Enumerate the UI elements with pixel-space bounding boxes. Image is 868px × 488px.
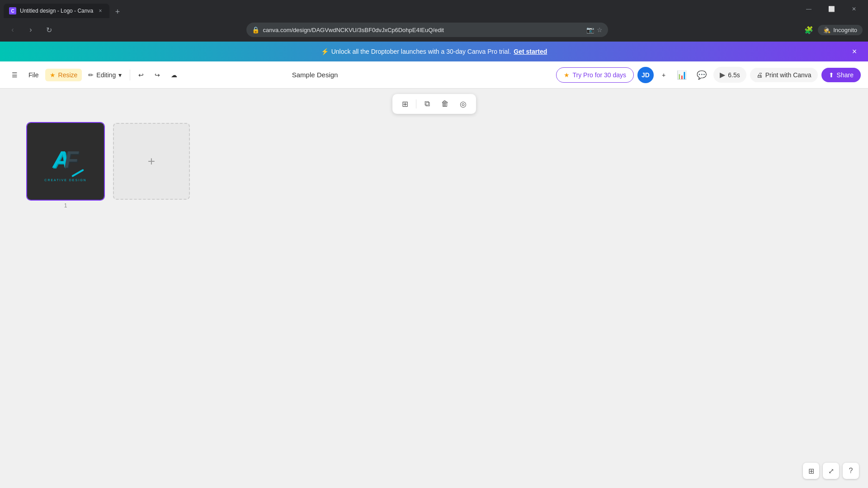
tab-favicon: C [9,7,16,14]
notification-text: ⚡ Unlock all the Droptober launches with… [321,48,547,55]
play-icon: ▶ [720,70,725,79]
camera-icon[interactable]: 📷 [586,26,594,33]
add-new-slide-button[interactable]: + [113,123,190,200]
expand-icon: ⤢ [828,467,834,475]
browser-titlebar: C Untitled design - Logo - Canva × + — ⬜… [0,0,868,18]
pencil-icon: ✏ [88,71,94,79]
try-pro-label: Try Pro for 30 days [572,71,626,79]
banner-close-button[interactable]: × [848,45,861,58]
close-button[interactable]: ✕ [844,2,864,16]
new-tab-button[interactable]: + [111,5,124,18]
cloud-icon: ☁ [171,71,177,79]
toolbar-right: ★ Try Pro for 30 days JD + 📊 💬 ▶ 6.5s [556,67,860,83]
avatar-initials: JD [642,71,650,79]
add-page-button[interactable]: ⊞ [398,97,412,111]
eye-icon: ◎ [460,99,467,109]
app-content: ⚡ Unlock all the Droptober launches with… [0,42,868,488]
refresh-button[interactable]: ↻ [42,23,56,37]
question-mark-icon: ? [849,467,853,475]
file-button[interactable]: File [24,69,43,81]
menu-button[interactable]: ☰ [7,69,22,81]
tab-title: Untitled design - Logo - Canva [20,8,93,14]
incognito-profile[interactable]: 🕵 Incognito [818,25,863,35]
hamburger-icon: ☰ [12,71,18,79]
resize-label: Resize [58,71,78,79]
slide-1-number: 1 [64,202,67,209]
logo-subtitle-creative: Creative [44,178,67,182]
banner-link[interactable]: Get started [514,48,547,55]
plus-button[interactable]: + [657,69,670,81]
trash-icon: 🗑 [441,99,449,108]
page-toolbar-wrapper: ⊞ ⧉ 🗑 ◎ [0,89,868,114]
design-title[interactable]: Sample Design [292,71,338,79]
user-avatar[interactable]: JD [637,67,654,83]
window-controls: — ⬜ ✕ [798,2,864,16]
share-label: Share [837,71,854,79]
fullscreen-button[interactable]: ⤢ [823,463,839,479]
active-tab[interactable]: C Untitled design - Logo - Canva × [4,4,109,18]
print-icon: 🖨 [756,71,763,79]
logo-letters: A F [47,141,84,178]
comments-button[interactable]: 💬 [693,67,710,83]
share-button[interactable]: ⬆ Share [821,68,861,82]
redo-button[interactable]: ↪ [150,69,165,81]
chart-icon: 📊 [677,70,687,80]
main-toolbar: ☰ File ★ Resize ✏ Editing ▾ ↩ ↪ ☁ [0,61,868,89]
grid-icon: ⊞ [808,467,814,475]
cloud-save-button[interactable]: ☁ [166,69,182,81]
share-icon: ⬆ [829,71,834,79]
duplicate-page-button[interactable]: ⧉ [420,97,434,111]
page-toolbar: ⊞ ⧉ 🗑 ◎ [392,94,476,114]
address-icons: 📷 ☆ [586,26,603,33]
slide-1[interactable]: A F Creative Design [27,123,104,200]
star-icon[interactable]: ☆ [597,26,603,33]
crown-pro-icon: ★ [564,71,570,79]
crown-icon: ★ [50,71,56,79]
plus-icon: + [662,71,665,79]
slide-1-wrapper: A F Creative Design 1 [27,123,104,209]
slide-1-content: A F Creative Design [27,123,104,200]
canvas-area: A F Creative Design 1 [0,114,868,488]
editing-label: Editing [96,71,116,79]
toolbar-center: Sample Design [292,71,338,79]
delete-page-button[interactable]: 🗑 [438,97,453,111]
bottom-right-controls: ⊞ ⤢ ? [803,463,859,479]
banner-emoji: ⚡ [321,48,329,55]
address-bar-container: ‹ › ↻ 🔒 canva.com/design/DAGVwdNCKVU/3sB… [0,18,868,42]
play-button[interactable]: ▶ 6.5s [713,67,746,83]
minimize-button[interactable]: — [798,2,819,16]
extensions-icon[interactable]: 🧩 [802,23,816,37]
chevron-down-icon: ▾ [118,71,122,79]
address-bar[interactable]: 🔒 canva.com/design/DAGVwdNCKVU/3sBF0dvJx… [246,23,608,37]
print-button[interactable]: 🖨 Print with Canva [750,68,818,82]
url-text: canva.com/design/DAGVwdNCKVU/3sBF0dvJxCp… [263,27,444,33]
undo-icon: ↩ [138,71,144,79]
help-button[interactable]: ? [843,463,859,479]
page-toolbar-divider-1 [416,99,416,108]
tab-close-button[interactable]: × [97,7,104,14]
slide-2-wrapper: + [113,123,190,200]
print-label: Print with Canva [765,71,811,79]
undo-button[interactable]: ↩ [134,69,148,81]
toolbar-divider-1 [130,70,130,80]
back-button[interactable]: ‹ [5,23,20,37]
logo-letter-f: F [64,148,79,171]
logo-subtitle: Creative Design [44,178,86,182]
try-pro-button[interactable]: ★ Try Pro for 30 days [556,67,634,83]
resize-button[interactable]: ★ Resize [45,69,82,81]
forward-button[interactable]: › [24,23,38,37]
maximize-button[interactable]: ⬜ [821,2,842,16]
tab-bar: C Untitled design - Logo - Canva × + [4,0,797,18]
duplicate-icon: ⧉ [425,99,430,108]
browser-right-icons: 🧩 🕵 Incognito [802,23,863,37]
grid-view-button[interactable]: ⊞ [803,463,819,479]
redo-icon: ↪ [155,71,160,79]
incognito-icon: 🕵 [823,27,830,33]
hide-page-button[interactable]: ◎ [456,97,471,111]
stats-button[interactable]: 📊 [674,67,690,83]
logo-design: A F Creative Design [44,141,86,182]
add-page-icon: ⊞ [402,99,408,109]
editing-button[interactable]: ✏ Editing ▾ [84,69,126,81]
slides-container: A F Creative Design 1 [27,123,190,209]
logo-subtitle-design: Design [69,178,87,182]
